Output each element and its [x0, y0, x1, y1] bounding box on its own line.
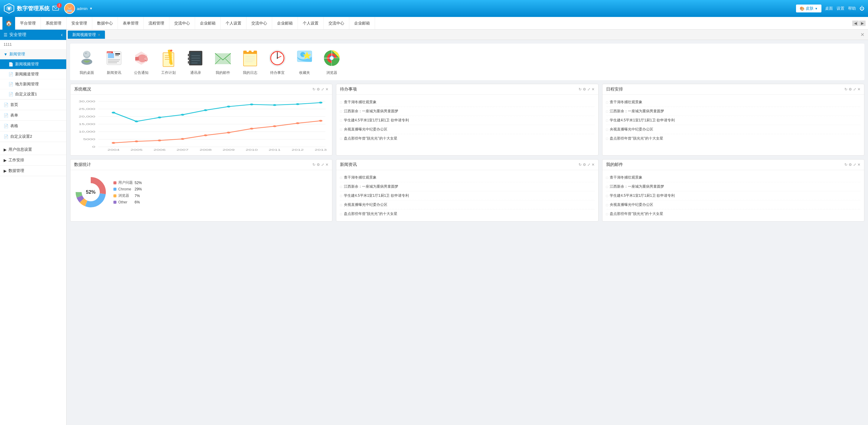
widget-tool-expand[interactable]: ⤢	[321, 87, 324, 91]
icon-todo[interactable]: 待办事宜	[267, 49, 288, 75]
widget-todo-refresh[interactable]: ↻	[579, 87, 582, 91]
widget-system-overview-tools: ↻ ⚙ ⤢ ✕	[312, 87, 329, 91]
nav-item-exchange[interactable]: 交流中心	[169, 17, 195, 29]
list-item[interactable]: 央视直播曝光中纪委办公区	[340, 125, 594, 134]
sidebar-section-table[interactable]: 📄 表格	[0, 121, 66, 131]
sidebar-section-custom2[interactable]: 📄 自定义设置2	[0, 131, 66, 142]
widget-data-stats-close[interactable]: ✕	[326, 163, 329, 167]
list-item[interactable]: 江西新余：一座城为重病男童圆梦	[606, 182, 861, 191]
list-item[interactable]: 江西新余：一座城为重病男童圆梦	[340, 107, 594, 116]
list-item[interactable]: 央视直播曝光中纪委办公区	[606, 125, 861, 134]
help-link[interactable]: 帮助	[848, 6, 856, 11]
sidebar-section-form[interactable]: 📄 表单	[0, 110, 66, 121]
nav-prev-arrow[interactable]: ◀	[852, 21, 859, 26]
sidebar-section-work[interactable]: ▶ 工作安排	[0, 155, 66, 166]
widget-news-info-expand[interactable]: ⤢	[587, 163, 590, 167]
user-dropdown-icon[interactable]: ▼	[89, 7, 93, 10]
icon-plan[interactable]: 工作计划	[158, 49, 179, 75]
donut-area: 52% 用户问题 52% Chrome	[74, 173, 329, 211]
list-item[interactable]: 盘点那些年曾"脱光光"的十大女星	[606, 134, 861, 143]
nav-item-system[interactable]: 系统管理	[41, 17, 66, 29]
sidebar-section-user-info[interactable]: ▶ 用户信息设置	[0, 144, 66, 155]
nav-item-platform[interactable]: 平台管理	[15, 17, 41, 29]
widget-schedule-settings[interactable]: ⚙	[849, 87, 852, 91]
content-close-button[interactable]: ✕	[858, 32, 867, 37]
widget-data-stats-refresh[interactable]: ↻	[312, 163, 315, 167]
power-button[interactable]: ⏻	[860, 6, 864, 11]
widget-schedule-expand[interactable]: ⤢	[853, 87, 856, 91]
sidebar-item-news-channel[interactable]: 📄 新闻频道管理	[0, 69, 66, 79]
sidebar-section-form-icon: 📄	[4, 113, 8, 118]
widget-my-mail-close[interactable]: ✕	[858, 163, 861, 167]
icon-contacts[interactable]: 通讯录	[185, 49, 206, 75]
skin-button[interactable]: 🎨 皮肤 ▼	[796, 4, 822, 12]
sidebar-section-home[interactable]: 📄 首页	[0, 100, 66, 110]
icon-news[interactable]: NEWS 新闻资讯	[103, 49, 125, 75]
desktop-link[interactable]: 桌面	[825, 6, 833, 11]
nav-item-data[interactable]: 数据中心	[92, 17, 118, 29]
widget-data-stats-settings[interactable]: ⚙	[317, 163, 320, 167]
list-item[interactable]: 学生建4.5平米1室1厅1厨1卫 欲申请专利	[606, 116, 861, 125]
tab-news-video[interactable]: 新闻视频管理 ✕	[68, 31, 105, 39]
sidebar-group-news-header[interactable]: ▼ 新闻管理	[0, 49, 66, 59]
sidebar-item-news-video[interactable]: 📄 新闻视频管理	[0, 59, 66, 69]
widget-tool-settings[interactable]: ⚙	[317, 87, 320, 91]
nav-next-arrow[interactable]: ▶	[859, 21, 866, 26]
settings-link[interactable]: 设置	[837, 6, 844, 11]
sidebar-item-custom1[interactable]: 📄 自定义设置1	[0, 89, 66, 99]
sidebar-item-local-news[interactable]: 📄 地方新闻管理	[0, 79, 66, 89]
widget-schedule-refresh[interactable]: ↻	[844, 87, 847, 91]
list-item[interactable]: 学生建4.5平米1室1厅1厨1卫 欲申请专利	[340, 116, 594, 125]
widget-data-stats-expand[interactable]: ⤢	[321, 163, 324, 167]
home-button[interactable]: 🏠	[2, 17, 15, 30]
widget-todo-close[interactable]: ✕	[592, 87, 595, 91]
widget-news-info-refresh[interactable]: ↻	[579, 163, 582, 167]
nav-item-flow[interactable]: 流程管理	[144, 17, 169, 29]
widget-my-mail-expand[interactable]: ⤢	[853, 163, 856, 167]
icon-browser[interactable]: 浏览器	[321, 49, 342, 75]
list-item[interactable]: 盘点那些年曾"脱光光"的十大女星	[606, 209, 861, 218]
nav-item-mail[interactable]: 企业邮箱	[195, 17, 221, 29]
tab-close-button[interactable]: ✕	[98, 33, 100, 37]
nav-item-mail3[interactable]: 企业邮箱	[349, 17, 375, 29]
nav-item-mail2[interactable]: 企业邮箱	[272, 17, 298, 29]
nav-item-exchange3[interactable]: 交流中心	[323, 17, 349, 29]
sidebar-collapse-button[interactable]: ‹	[61, 32, 63, 37]
icon-announce[interactable]: 公告通知	[131, 49, 152, 75]
widget-news-info-settings[interactable]: ⚙	[583, 163, 586, 167]
list-item[interactable]: 盘点那些年曾"脱光光"的十大女星	[340, 209, 594, 218]
list-item[interactable]: 学生建4.5平米1室1厅1厨1卫 欲申请专利	[340, 191, 594, 200]
sidebar-section-data-mgmt[interactable]: ▶ 数据管理	[0, 166, 66, 176]
sidebar: ☰ 安全管理 ‹ 1111 ▼ 新闻管理 📄 新闻视频管理 📄 新闻频道管理 📄…	[0, 30, 66, 425]
user-area[interactable]: admin ▼	[64, 3, 93, 14]
list-item[interactable]: 学生建4.5平米1室1厅1厨1卫 欲申请专利	[606, 191, 861, 200]
widget-my-mail-refresh[interactable]: ↻	[844, 163, 847, 167]
icon-bookmark[interactable]: 收藏夹	[294, 49, 315, 75]
nav-item-form[interactable]: 表单管理	[118, 17, 144, 29]
list-item[interactable]: 央视直播曝光中纪委办公区	[606, 200, 861, 209]
list-item[interactable]: 查干湖冬捕壮观景象	[340, 98, 594, 107]
nav-item-exchange2[interactable]: 交流中心	[247, 17, 272, 29]
list-item[interactable]: 江西新余：一座城为重病男童圆梦	[606, 107, 861, 116]
icon-mail[interactable]: 我的邮件	[212, 49, 234, 75]
list-item[interactable]: 查干湖冬捕壮观景象	[340, 173, 594, 182]
svg-point-105	[227, 132, 230, 134]
icon-diary[interactable]: 我的日志	[240, 49, 261, 75]
widget-todo-expand[interactable]: ⤢	[587, 87, 590, 91]
nav-item-personal2[interactable]: 个人设置	[298, 17, 323, 29]
widget-tool-close[interactable]: ✕	[326, 87, 329, 91]
list-item[interactable]: 查干湖冬捕壮观景象	[606, 98, 861, 107]
list-item[interactable]: 江西新余：一座城为重病男童圆梦	[340, 182, 594, 191]
widget-todo-settings[interactable]: ⚙	[583, 87, 586, 91]
mail-icon-wrapper[interactable]: 2	[52, 4, 59, 13]
nav-item-security[interactable]: 安全管理	[66, 17, 92, 29]
nav-item-personal[interactable]: 个人设置	[221, 17, 247, 29]
widget-tool-refresh[interactable]: ↻	[312, 87, 315, 91]
list-item[interactable]: 查干湖冬捕壮观景象	[606, 173, 861, 182]
widget-schedule-close[interactable]: ✕	[858, 87, 861, 91]
list-item[interactable]: 央视直播曝光中纪委办公区	[340, 200, 594, 209]
widget-news-info-close[interactable]: ✕	[592, 163, 595, 167]
list-item[interactable]: 盘点那些年曾"脱光光"的十大女星	[340, 134, 594, 143]
widget-my-mail-settings[interactable]: ⚙	[849, 163, 852, 167]
icon-desktop[interactable]: 我的桌面	[76, 49, 97, 75]
